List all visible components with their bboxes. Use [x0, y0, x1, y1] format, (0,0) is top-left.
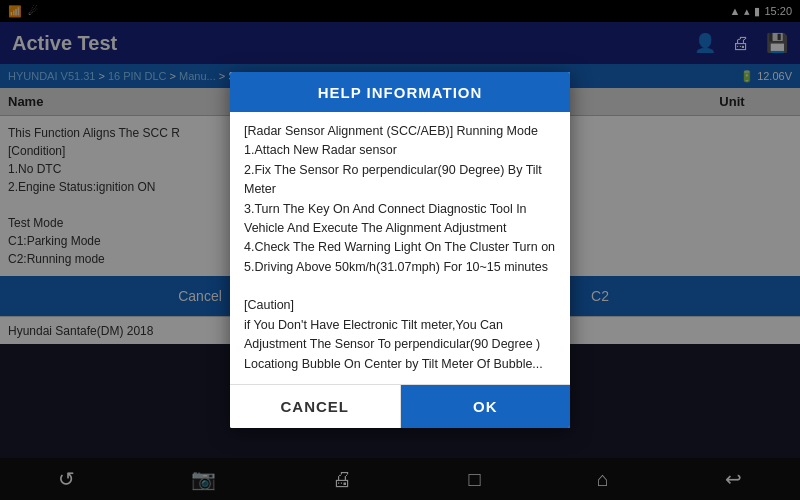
dialog-overlay: HELP INFORMATION [Radar Sensor Alignment…	[0, 0, 800, 500]
dialog-title: HELP INFORMATION	[318, 84, 483, 101]
dialog-body[interactable]: [Radar Sensor Alignment (SCC/AEB)] Runni…	[230, 112, 570, 384]
dialog-header: HELP INFORMATION	[230, 72, 570, 112]
dialog-footer: CANCEL OK	[230, 384, 570, 428]
dialog-cancel-button[interactable]: CANCEL	[230, 385, 401, 428]
help-dialog: HELP INFORMATION [Radar Sensor Alignment…	[230, 72, 570, 428]
dialog-ok-button[interactable]: OK	[401, 385, 571, 428]
